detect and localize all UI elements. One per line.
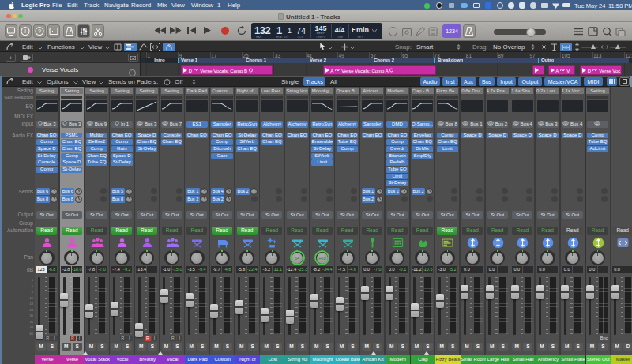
svg-text:?: ? — [38, 28, 41, 35]
svg-text:i: i — [24, 28, 26, 35]
